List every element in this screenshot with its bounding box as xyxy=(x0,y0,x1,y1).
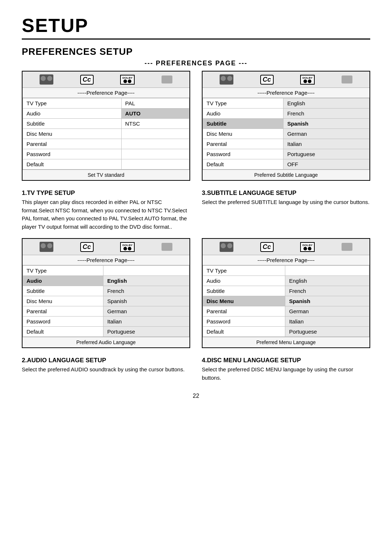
value-italian: Italian xyxy=(285,317,369,327)
table-row: Default Portuguese xyxy=(23,327,189,337)
table-row: TV Type xyxy=(23,266,189,276)
value-french: French xyxy=(283,109,369,119)
panel-pref-header: -----Preference Page---- xyxy=(203,88,369,98)
table-row: Password Italian xyxy=(23,317,189,327)
value-german: German xyxy=(283,129,369,139)
table-row: Subtitle Spanish xyxy=(203,119,369,129)
extra-icon xyxy=(162,76,172,83)
value-english: English xyxy=(285,276,369,286)
label-disc-menu: Disc Menu xyxy=(203,296,285,306)
dolby-icon: DOLBY xyxy=(120,242,135,252)
subtitle-description: Select the preferred SUBTITLE language b… xyxy=(202,198,370,207)
value-empty xyxy=(285,266,369,276)
subtitle-section: 3.SUBTITLE LANGUAGE SETUP Select the pre… xyxy=(202,189,370,207)
cc-icon: Cc xyxy=(260,242,274,252)
table-row: Disc Menu German xyxy=(203,129,369,139)
label-disc-menu: Disc Menu xyxy=(23,296,103,306)
pref-page-label: --- PREFERENCES PAGE --- xyxy=(22,60,370,67)
table-row: Password Italian xyxy=(203,317,369,327)
value-disc-menu xyxy=(121,129,189,139)
table-row: Audio French xyxy=(203,109,369,119)
tape-icon xyxy=(220,74,233,85)
value-password xyxy=(121,149,189,159)
table-row: Subtitle French xyxy=(23,286,189,296)
table-row: Password xyxy=(23,149,189,159)
table-row: Disc Menu Spanish xyxy=(203,296,369,306)
cc-icon: Cc xyxy=(260,75,274,85)
disc-menu-section: 4.DISC MENU LANGUAGE SETUP Select the pr… xyxy=(202,357,370,382)
label-password: Password xyxy=(23,149,122,159)
label-default: Default xyxy=(23,327,103,337)
cc-icon: Cc xyxy=(80,242,94,252)
disc-menu-description: Select the preferred DISC MENU language … xyxy=(202,366,370,382)
top-left-footer: Set TV standard xyxy=(23,170,189,180)
table-row: Subtitle French xyxy=(203,286,369,296)
page-number: 22 xyxy=(22,393,370,399)
value-french: French xyxy=(103,286,189,296)
label-audio: Audio xyxy=(203,109,283,119)
top-left-panel: Cc DOLBY -----Preference Page---- TV Typ… xyxy=(22,71,190,181)
audio-title: 2.AUDIO LANGUAGE SETUP xyxy=(22,357,190,364)
label-audio: Audio xyxy=(23,109,122,119)
label-subtitle: Subtitle xyxy=(203,286,285,296)
label-subtitle: Subtitle xyxy=(203,119,283,129)
label-password: Password xyxy=(23,317,103,327)
value-empty xyxy=(103,266,189,276)
table-row: Parental German xyxy=(23,306,189,317)
label-tv-type: TV Type xyxy=(23,266,103,276)
dolby-icon: DOLBY xyxy=(300,75,315,85)
subtitle-title: 3.SUBTITLE LANGUAGE SETUP xyxy=(202,189,370,197)
panel-pref-header: -----Preference Page---- xyxy=(23,255,189,265)
label-parental: Parental xyxy=(203,139,283,149)
label-subtitle: Subtitle xyxy=(23,286,103,296)
value-spanish: Spanish xyxy=(103,296,189,306)
value-parental xyxy=(121,139,189,149)
dolby-icon: DOLBY xyxy=(300,242,315,252)
panel-header: Cc DOLBY xyxy=(203,239,369,255)
extra-icon xyxy=(342,76,352,83)
value-german: German xyxy=(285,306,369,317)
value-italian: Italian xyxy=(103,317,189,327)
table-row: Default OFF xyxy=(203,159,369,170)
value-spanish: Spanish xyxy=(283,119,369,129)
panel-header: Cc DOLBY xyxy=(23,72,189,88)
label-audio: Audio xyxy=(203,276,285,286)
tv-type-section: 1.TV TYPE SETUP This player can play dis… xyxy=(22,189,190,231)
label-default: Default xyxy=(203,327,285,337)
panel-pref-header: -----Preference Page---- xyxy=(203,255,369,265)
value-portuguese: Portuguese xyxy=(283,149,369,159)
tv-type-number: 1. xyxy=(22,189,27,196)
table-row: Audio English xyxy=(203,276,369,286)
table-row: Subtitle NTSC xyxy=(23,119,189,129)
panel-pref-header: -----Preference Page---- xyxy=(23,88,189,98)
label-disc-menu: Disc Menu xyxy=(23,129,122,139)
label-password: Password xyxy=(203,149,283,159)
label-subtitle: Subtitle xyxy=(23,119,122,129)
value-english: English xyxy=(283,98,369,109)
label-disc-menu: Disc Menu xyxy=(203,129,283,139)
value-english: English xyxy=(103,276,189,286)
value-portuguese: Portuguese xyxy=(285,327,369,337)
label-default: Default xyxy=(203,159,283,170)
table-row: Audio English xyxy=(23,276,189,286)
top-right-footer: Preferred Subtitle Language xyxy=(203,170,369,180)
tape-icon xyxy=(220,242,233,252)
label-tv-type: TV Type xyxy=(203,266,285,276)
table-row: Audio AUTO xyxy=(23,109,189,119)
mid-right-panel: Cc DOLBY -----Preference Page---- TV Typ… xyxy=(202,238,370,348)
tape-icon xyxy=(40,74,53,85)
table-row: TV Type xyxy=(203,266,369,276)
value-default xyxy=(121,159,189,170)
panel-header: Cc DOLBY xyxy=(23,239,189,255)
label-parental: Parental xyxy=(23,306,103,317)
value-portuguese: Portuguese xyxy=(103,327,189,337)
table-row: Parental xyxy=(23,139,189,149)
label-password: Password xyxy=(203,317,285,327)
table-row: Disc Menu xyxy=(23,129,189,139)
label-tv-type: TV Type xyxy=(23,98,122,109)
audio-section: 2.AUDIO LANGUAGE SETUP Select the prefer… xyxy=(22,357,190,374)
mid-right-table: TV Type Audio English Subtitle French Di… xyxy=(203,265,369,337)
mid-left-panel: Cc DOLBY -----Preference Page---- TV Typ… xyxy=(22,238,190,348)
page-title: SETUP xyxy=(22,15,370,40)
value-audio: AUTO xyxy=(121,109,189,119)
